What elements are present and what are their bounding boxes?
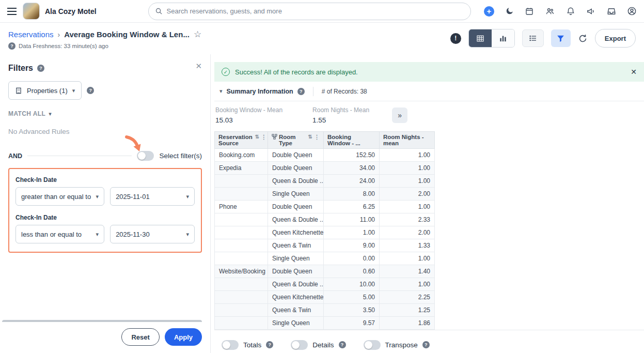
summary-card-label: Room Nights - Mean	[312, 106, 369, 114]
column-header-booking-window[interactable]: Booking Window - ...	[324, 132, 380, 149]
filters-panel: ✕ Filters ? Properties (1) ▾ ? MATCH ALL…	[0, 54, 211, 353]
details-help-icon[interactable]: ?	[339, 341, 346, 348]
calendar-button[interactable]	[525, 7, 534, 16]
totals-toggle-group: Totals ?	[222, 340, 273, 350]
summary-help-icon[interactable]: ?	[297, 88, 305, 95]
dark-mode-button[interactable]	[505, 7, 514, 16]
table-row[interactable]: Website/Booking ...Double Queen0.601.40	[215, 265, 435, 278]
export-button[interactable]: Export	[595, 29, 636, 48]
close-filters-icon[interactable]: ✕	[195, 62, 202, 71]
app-window: Ala Cozy Motel +	[0, 0, 644, 353]
table-row[interactable]: Queen & Double ...10.001.00	[215, 278, 435, 291]
bar-chart-icon	[498, 34, 508, 43]
group-by-icon	[272, 134, 277, 140]
date-value: 2025-11-30	[116, 231, 150, 238]
help-icon[interactable]: ?	[8, 42, 15, 50]
operator-select[interactable]: less than or equal to ▾	[15, 225, 104, 243]
brand-logo	[23, 3, 40, 20]
operator-select[interactable]: greater than or equal to ▾	[15, 187, 104, 206]
account-button[interactable]	[627, 6, 637, 16]
column-header-reservation-source[interactable]: Reservation Source ⇅ ⋮	[215, 132, 268, 149]
info-icon: !	[450, 33, 461, 44]
and-label: AND	[8, 152, 22, 160]
table-cell: Double Queen	[268, 201, 324, 213]
inbox-button[interactable]	[607, 7, 616, 16]
table-row[interactable]: Queen & Twin3.501.25	[215, 304, 435, 317]
table-row[interactable]: PhoneDouble Queen6.251.00	[215, 201, 435, 213]
divider	[27, 156, 132, 156]
filters-help-icon[interactable]: ?	[37, 65, 44, 72]
transpose-help-icon[interactable]: ?	[422, 341, 430, 348]
table-cell: Double Queen	[268, 162, 324, 175]
filters-title: Filters	[8, 64, 33, 73]
totals-help-icon[interactable]: ?	[266, 341, 273, 348]
breadcrumb-link-reservations[interactable]: Reservations	[8, 30, 54, 39]
select-filters-toggle[interactable]	[137, 151, 154, 161]
announcements-button[interactable]	[586, 7, 596, 16]
table-row[interactable]: Booking.comDouble Queen152.501.00	[215, 149, 435, 162]
totals-toggle[interactable]	[222, 340, 239, 350]
expand-summary-icon[interactable]: »	[392, 108, 407, 123]
refresh-button[interactable]	[578, 34, 588, 43]
table-row[interactable]: Single Queen0.001.00	[215, 252, 435, 265]
table-cell: 2.00	[380, 226, 435, 239]
collapse-chevron-icon[interactable]: ▾	[219, 88, 223, 95]
data-freshness: ? Data Freshness: 33 minute(s) ago	[8, 42, 201, 50]
sort-icon[interactable]: ⇅	[308, 134, 312, 140]
totals-label: Totals	[243, 341, 261, 349]
table-cell: 2.00	[380, 188, 435, 201]
summary-card: Booking Window - Mean 15.03	[215, 106, 282, 124]
date-value-select[interactable]: 2025-11-01 ▾	[110, 187, 195, 206]
sort-icon[interactable]: ⇅	[255, 134, 259, 140]
table-cell: 1.00	[380, 201, 435, 213]
properties-dropdown-label: Properties (1)	[27, 87, 68, 95]
column-header-room-type[interactable]: Room Type ⇅ ⋮	[268, 132, 324, 149]
groups-button[interactable]	[545, 7, 555, 16]
success-banner: ✓ Success! All of the records are displa…	[214, 62, 644, 82]
apply-button[interactable]: Apply	[165, 328, 202, 346]
column-menu-icon[interactable]: ⋮	[314, 134, 320, 141]
table-row[interactable]: Queen & Double ...11.002.33	[215, 213, 435, 226]
table-cell	[215, 278, 268, 291]
table-cell: 1.00	[380, 149, 435, 162]
column-menu-icon[interactable]: ⋮	[261, 134, 266, 141]
chevron-down-icon: ▾	[186, 231, 189, 238]
brand[interactable]: Ala Cozy Motel	[23, 3, 97, 20]
chart-view-button[interactable]	[492, 29, 514, 47]
list-view-button[interactable]	[522, 29, 544, 47]
notifications-button[interactable]	[566, 7, 575, 16]
table-row[interactable]: ExpediaDouble Queen34.001.00	[215, 162, 435, 175]
column-label: Reservation Source	[218, 134, 253, 146]
column-header-room-nights[interactable]: Room Nights - mean	[380, 132, 435, 149]
report-info-button[interactable]: !	[450, 33, 461, 44]
table-row[interactable]: Queen & Twin9.001.33	[215, 239, 435, 252]
table-row[interactable]: Queen & Double ...24.001.00	[215, 175, 435, 188]
table-row[interactable]: Queen Kitchenette5.002.25	[215, 291, 435, 304]
check-icon: ✓	[222, 68, 230, 76]
date-value-select[interactable]: 2025-11-30 ▾	[110, 225, 195, 243]
transpose-toggle[interactable]	[364, 340, 381, 350]
table-options-bar: Totals ? Details ? Transpose ?	[214, 330, 644, 353]
details-toggle[interactable]	[291, 340, 308, 350]
properties-help-icon[interactable]: ?	[87, 87, 94, 94]
menu-button[interactable]	[7, 8, 17, 15]
global-search[interactable]	[148, 3, 471, 20]
banner-close-icon[interactable]: ✕	[631, 68, 637, 76]
table-cell: Queen & Double ...	[268, 175, 324, 188]
filters-toggle-button[interactable]	[551, 29, 571, 47]
table-row[interactable]: Single Queen9.571.86	[215, 317, 435, 330]
table-row[interactable]: Queen Kitchenette1.002.00	[215, 226, 435, 239]
reset-button[interactable]: Reset	[121, 328, 159, 346]
table-cell: Queen & Double ...	[268, 278, 324, 291]
details-label: Details	[312, 341, 334, 349]
table-cell: 1.00	[380, 252, 435, 265]
table-cell	[215, 175, 268, 188]
match-all-dropdown[interactable]: MATCH ALL ▾	[8, 110, 202, 117]
quick-add-button[interactable]: +	[484, 6, 494, 17]
favorite-star-icon[interactable]: ☆	[194, 29, 201, 40]
table-view-button[interactable]	[469, 29, 492, 47]
summary-title[interactable]: Summary Information	[227, 88, 293, 95]
table-row[interactable]: Single Queen8.002.00	[215, 188, 435, 201]
search-input[interactable]	[167, 7, 464, 15]
properties-dropdown[interactable]: Properties (1) ▾	[8, 81, 82, 100]
